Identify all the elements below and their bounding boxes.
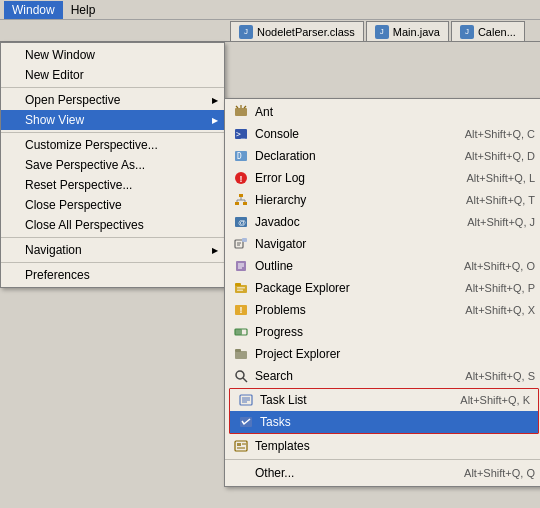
svg-text:!: ! — [240, 305, 243, 315]
menu-navigation[interactable]: Navigation — [1, 240, 224, 260]
submenu-search-shortcut: Alt+Shift+Q, S — [465, 370, 535, 382]
tab-icon-mainjava: J — [375, 25, 389, 39]
package-explorer-icon — [233, 280, 249, 296]
submenu-hierarchy-label: Hierarchy — [255, 193, 458, 207]
svg-rect-45 — [237, 443, 241, 446]
submenu-navigator[interactable]: Navigator — [225, 233, 540, 255]
submenu-declaration-label: Declaration — [255, 149, 457, 163]
menu-show-view[interactable]: Show View — [1, 110, 224, 130]
tab-label-nodeletparser: NodeletParser.class — [257, 26, 355, 38]
submenu-progress[interactable]: Progress — [225, 321, 540, 343]
submenu-errorlog[interactable]: ! Error Log Alt+Shift+Q, L — [225, 167, 540, 189]
menu-section-new: New Window New Editor — [1, 43, 224, 88]
submenu-javadoc[interactable]: @ Javadoc Alt+Shift+Q, J — [225, 211, 540, 233]
other-icon — [233, 465, 249, 481]
submenu-navigator-label: Navigator — [255, 237, 527, 251]
submenu-project-explorer[interactable]: Project Explorer — [225, 343, 540, 365]
menu-save-perspective[interactable]: Save Perspective As... — [1, 155, 224, 175]
templates-icon — [233, 438, 249, 454]
submenu-package-explorer-label: Package Explorer — [255, 281, 457, 295]
tab-calen[interactable]: J Calen... — [451, 21, 525, 41]
show-view-submenu: Ant >_ Console Alt+Shift+Q, C D Declarat… — [224, 98, 540, 487]
submenu-templates[interactable]: Templates — [225, 435, 540, 457]
menu-close-all-perspectives[interactable]: Close All Perspectives — [1, 215, 224, 235]
task-list-icon — [238, 392, 254, 408]
menu-preferences[interactable]: Preferences — [1, 265, 224, 285]
menu-bar: Window Help — [0, 0, 540, 20]
submenu-problems[interactable]: ! Problems Alt+Shift+Q, X — [225, 299, 540, 321]
submenu-project-explorer-label: Project Explorer — [255, 347, 527, 361]
submenu-outline-label: Outline — [255, 259, 456, 273]
tasks-icon — [238, 414, 254, 430]
svg-rect-30 — [237, 290, 243, 292]
tab-bar: J NodeletParser.class J Main.java J Cale… — [0, 20, 540, 42]
svg-rect-10 — [239, 194, 243, 197]
menu-customize-perspective[interactable]: Customize Perspective... — [1, 135, 224, 155]
submenu-declaration[interactable]: D Declaration Alt+Shift+Q, D — [225, 145, 540, 167]
tab-label-mainjava: Main.java — [393, 26, 440, 38]
svg-rect-11 — [235, 202, 239, 205]
submenu-outline[interactable]: Outline Alt+Shift+Q, O — [225, 255, 540, 277]
submenu-problems-shortcut: Alt+Shift+Q, X — [465, 304, 535, 316]
svg-text:!: ! — [240, 174, 243, 184]
submenu-declaration-shortcut: Alt+Shift+Q, D — [465, 150, 535, 162]
console-icon: >_ — [233, 126, 249, 142]
declaration-icon: D — [233, 148, 249, 164]
submenu-outline-shortcut: Alt+Shift+Q, O — [464, 260, 535, 272]
errorlog-icon: ! — [233, 170, 249, 186]
svg-rect-22 — [242, 238, 247, 242]
submenu-tasks[interactable]: Tasks — [230, 411, 538, 433]
menu-new-window[interactable]: New Window — [1, 45, 224, 65]
menu-section-customize: Customize Perspective... Save Perspectiv… — [1, 133, 224, 238]
submenu-divider — [225, 459, 540, 460]
submenu-errorlog-shortcut: Alt+Shift+Q, L — [467, 172, 535, 184]
submenu-search[interactable]: Search Alt+Shift+Q, S — [225, 365, 540, 387]
tab-label-calen: Calen... — [478, 26, 516, 38]
submenu-task-list[interactable]: Task List Alt+Shift+Q, K — [230, 389, 538, 411]
tab-mainjava[interactable]: J Main.java — [366, 21, 449, 41]
menu-reset-perspective[interactable]: Reset Perspective... — [1, 175, 224, 195]
svg-rect-35 — [235, 351, 247, 359]
submenu-other-label: Other... — [255, 466, 456, 480]
menu-section-navigation: Navigation — [1, 238, 224, 263]
menu-new-editor[interactable]: New Editor — [1, 65, 224, 85]
tab-nodeletparser[interactable]: J NodeletParser.class — [230, 21, 364, 41]
project-explorer-icon — [233, 346, 249, 362]
submenu-console-label: Console — [255, 127, 457, 141]
svg-rect-29 — [237, 287, 245, 289]
menu-section-perspective: Open Perspective Show View — [1, 88, 224, 133]
submenu-javadoc-label: Javadoc — [255, 215, 459, 229]
submenu-problems-label: Problems — [255, 303, 457, 317]
svg-rect-19 — [235, 240, 243, 248]
submenu-ant[interactable]: Ant — [225, 101, 540, 123]
submenu-errorlog-label: Error Log — [255, 171, 459, 185]
submenu-other[interactable]: Other... Alt+Shift+Q, Q — [225, 462, 540, 484]
submenu-tasks-label: Tasks — [260, 415, 522, 429]
svg-rect-36 — [235, 349, 241, 352]
submenu-javadoc-shortcut: Alt+Shift+Q, J — [467, 216, 535, 228]
submenu-task-list-label: Task List — [260, 393, 452, 407]
menu-close-perspective[interactable]: Close Perspective — [1, 195, 224, 215]
menu-window[interactable]: Window — [4, 1, 63, 19]
submenu-hierarchy[interactable]: Hierarchy Alt+Shift+Q, T — [225, 189, 540, 211]
svg-text:@: @ — [238, 218, 246, 227]
submenu-console-shortcut: Alt+Shift+Q, C — [465, 128, 535, 140]
svg-line-3 — [244, 106, 246, 108]
submenu-ant-label: Ant — [255, 105, 527, 119]
svg-text:>_: >_ — [236, 130, 246, 139]
submenu-templates-label: Templates — [255, 439, 527, 453]
progress-icon — [233, 324, 249, 340]
tab-icon-nodeletparser: J — [239, 25, 253, 39]
svg-rect-0 — [235, 108, 247, 116]
hierarchy-icon — [233, 192, 249, 208]
submenu-task-list-shortcut: Alt+Shift+Q, K — [460, 394, 530, 406]
submenu-progress-label: Progress — [255, 325, 527, 339]
submenu-hierarchy-shortcut: Alt+Shift+Q, T — [466, 194, 535, 206]
svg-line-1 — [236, 106, 238, 108]
search-icon — [233, 368, 249, 384]
submenu-package-explorer[interactable]: Package Explorer Alt+Shift+Q, P — [225, 277, 540, 299]
submenu-console[interactable]: >_ Console Alt+Shift+Q, C — [225, 123, 540, 145]
window-menu: New Window New Editor Open Perspective S… — [0, 42, 225, 288]
menu-open-perspective[interactable]: Open Perspective — [1, 90, 224, 110]
menu-help[interactable]: Help — [63, 1, 104, 19]
